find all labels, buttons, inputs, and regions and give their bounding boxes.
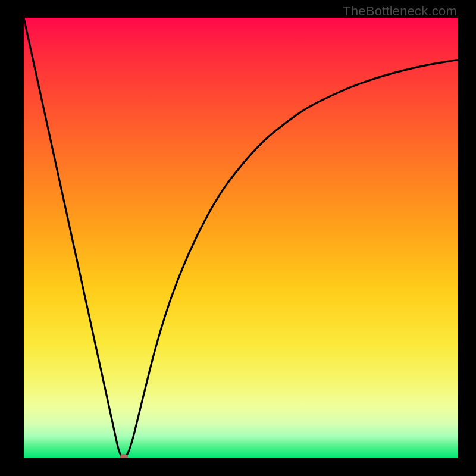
watermark-text: TheBottleneck.com [343, 4, 457, 19]
curve-line [24, 18, 458, 458]
min-point-marker [120, 454, 128, 458]
plot-area [24, 18, 458, 458]
chart-frame: TheBottleneck.com [0, 0, 476, 476]
